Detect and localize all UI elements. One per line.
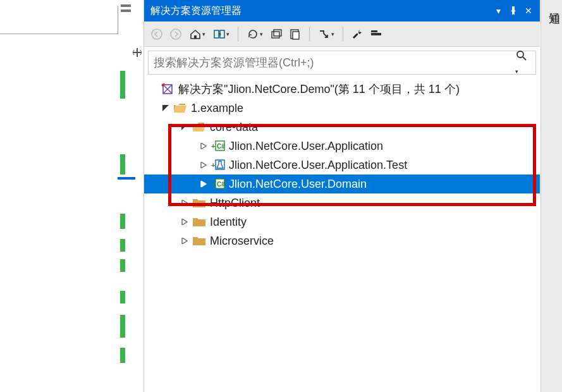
expander-icon[interactable] [180, 217, 190, 227]
svg-text:+: + [211, 142, 215, 150]
test-project-icon: + [211, 158, 225, 172]
folder-core-data[interactable]: core-data [144, 118, 540, 137]
svg-rect-9 [272, 32, 279, 38]
folder-open-icon [192, 120, 206, 134]
toolbar: ▾ ▾ ▾ ▾ [144, 21, 540, 47]
expander-icon[interactable] [161, 103, 171, 113]
expander-icon[interactable] [180, 236, 190, 246]
folder-example[interactable]: 1.example [144, 99, 540, 118]
solution-tree[interactable]: 解决方案"Jlion.NetCore.Demo"(第 11 个项目，共 11 个… [144, 77, 540, 392]
svg-rect-7 [214, 30, 219, 38]
svg-rect-10 [274, 30, 281, 36]
project-application[interactable]: +C# Jlion.NetCore.User.Application [144, 137, 540, 156]
svg-rect-6 [194, 35, 197, 39]
svg-text:+: + [211, 180, 215, 188]
back-button [148, 25, 166, 43]
solution-label: 解决方案"Jlion.NetCore.Demo"(第 11 个项目，共 11 个… [178, 82, 460, 97]
folder-label: 1.example [191, 102, 243, 115]
solution-explorer-panel: 解决方案资源管理器 ▾ ✕ ▾ ▾ ▾ [144, 0, 540, 392]
svg-point-5 [171, 29, 181, 39]
collapse-all-button[interactable] [267, 25, 285, 43]
project-application-test[interactable]: + Jlion.NetCore.User.Application.Test [144, 156, 540, 175]
editor-change-margin [120, 63, 126, 379]
show-all-button[interactable] [286, 25, 304, 43]
panel-title-bar[interactable]: 解决方案资源管理器 ▾ ✕ [144, 0, 540, 21]
solution-node[interactable]: 解决方案"Jlion.NetCore.Demo"(第 11 个项目，共 11 个… [144, 80, 540, 99]
expander-icon[interactable] [199, 179, 209, 189]
expander-icon[interactable] [199, 160, 209, 170]
svg-rect-1 [121, 9, 131, 12]
vsplit-handle-icon[interactable] [131, 48, 143, 59]
svg-line-16 [523, 57, 526, 60]
search-input[interactable] [154, 56, 515, 70]
scope-button[interactable]: ▾ [315, 25, 338, 43]
expander-icon[interactable] [199, 141, 209, 151]
search-box[interactable]: ▾ [148, 51, 536, 75]
forward-button [167, 25, 185, 43]
svg-rect-12 [293, 32, 299, 39]
folder-icon [192, 234, 206, 248]
expander-icon[interactable] [180, 122, 190, 132]
close-icon[interactable]: ✕ [521, 3, 536, 18]
svg-text:+: + [211, 161, 215, 169]
folder-label: Identity [210, 216, 247, 229]
svg-point-15 [517, 51, 523, 58]
split-handle-icon[interactable] [120, 4, 131, 15]
folder-identity[interactable]: Identity [144, 212, 540, 231]
folder-label: core-data [210, 121, 258, 134]
svg-rect-14 [371, 30, 377, 32]
project-label: Jlion.NetCore.User.Application [229, 140, 383, 153]
folder-icon [192, 196, 206, 210]
svg-text:C#: C# [217, 143, 225, 150]
csharp-project-icon: +C# [211, 139, 225, 153]
home-button[interactable]: ▾ [186, 25, 209, 43]
folder-open-icon [173, 101, 187, 115]
sync-view-button[interactable]: ▾ [210, 25, 233, 43]
folder-icon [192, 215, 206, 229]
panel-title: 解决方案资源管理器 [150, 4, 491, 18]
editor-pane [0, 0, 144, 392]
window-position-icon[interactable]: ▾ [491, 3, 506, 18]
folder-httpclient[interactable]: HttpClient [144, 193, 540, 212]
preview-button[interactable] [367, 25, 385, 43]
project-label: Jlion.NetCore.User.Domain [229, 178, 367, 191]
pin-icon[interactable] [506, 3, 521, 18]
search-icon[interactable]: ▾ [515, 49, 530, 76]
svg-point-4 [152, 29, 162, 39]
svg-rect-0 [121, 4, 131, 7]
svg-text:C#: C# [217, 181, 225, 188]
csharp-project-icon: +C# [211, 177, 225, 191]
refresh-button[interactable]: ▾ [243, 25, 266, 43]
expander-icon[interactable] [180, 198, 190, 208]
project-domain[interactable]: +C# Jlion.NetCore.User.Domain [144, 175, 540, 193]
notifications-tab[interactable]: 通知 [541, 0, 562, 392]
properties-button[interactable] [348, 25, 366, 43]
project-label: Jlion.NetCore.User.Application.Test [229, 159, 407, 172]
folder-microservice[interactable]: Microservice [144, 231, 540, 250]
folder-label: HttpClient [210, 197, 260, 210]
folder-label: Microservice [210, 235, 274, 248]
solution-icon [161, 82, 174, 96]
svg-rect-13 [371, 33, 381, 35]
